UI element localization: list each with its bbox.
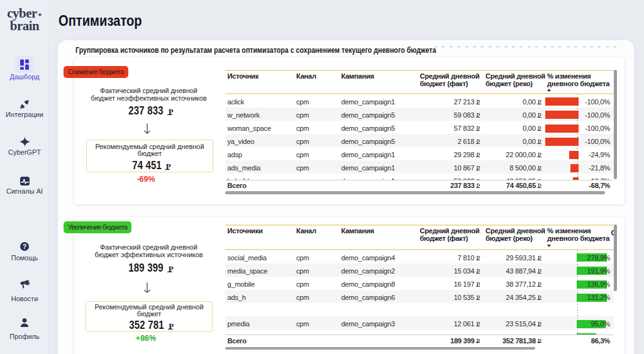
svg-text:?: ? [23, 243, 26, 250]
